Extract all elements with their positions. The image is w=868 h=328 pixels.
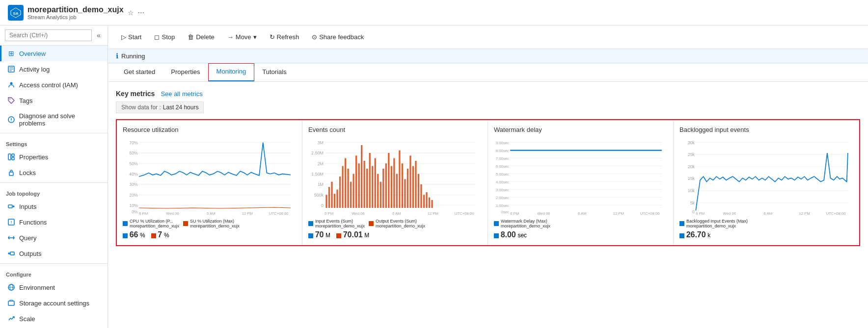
locks-icon xyxy=(7,169,15,177)
svg-rect-62 xyxy=(339,177,341,208)
tab-monitoring[interactable]: Monitoring xyxy=(208,63,255,81)
svg-text:60%: 60% xyxy=(129,151,138,155)
svg-rect-67 xyxy=(353,174,354,208)
svg-text:2M: 2M xyxy=(318,161,324,166)
chart-values: 70 M 70.01 M xyxy=(308,230,482,239)
svg-text:UTC+08:00: UTC+08:00 xyxy=(826,211,846,216)
scale-icon xyxy=(7,315,15,323)
svg-rect-83 xyxy=(396,174,398,208)
tab-bar: Get started Properties Monitoring Tutori… xyxy=(108,63,868,82)
svg-rect-91 xyxy=(418,174,419,208)
svg-rect-13 xyxy=(12,157,14,160)
svg-text:7.00sec: 7.00sec xyxy=(496,156,509,161)
tab-properties[interactable]: Properties xyxy=(163,63,208,81)
svg-rect-95 xyxy=(429,198,430,208)
chart-events-count: Events count 3M 2.50M 2M xyxy=(302,120,488,245)
chart-watermark-delay: Watermark delay 9.00sec xyxy=(488,120,674,245)
svg-rect-58 xyxy=(328,187,330,208)
share-feedback-button[interactable]: ⊙ Share feedback xyxy=(306,30,369,44)
svg-text:25k: 25k xyxy=(688,152,695,157)
chart-title: Watermark delay xyxy=(494,126,667,133)
svg-text:3M: 3M xyxy=(318,140,324,145)
svg-text:6 PM: 6 PM xyxy=(325,211,333,216)
legend-label: SU % Utilization (Max)morepartition_demo… xyxy=(190,219,240,228)
more-options-icon[interactable]: ··· xyxy=(138,8,144,17)
tab-tutorials[interactable]: Tutorials xyxy=(254,63,294,81)
legend-label: Input Events (Sum)morepartition_demo_xuj… xyxy=(315,219,365,228)
sidebar-item-tags[interactable]: Tags xyxy=(0,93,108,108)
svg-rect-96 xyxy=(431,200,433,208)
sidebar-item-inputs[interactable]: Inputs xyxy=(0,199,108,214)
svg-text:30%: 30% xyxy=(129,182,138,187)
chart-resource-utilization: Resource utilization 70% xyxy=(117,120,302,245)
sidebar-item-environment[interactable]: Environment xyxy=(0,279,108,295)
svg-point-6 xyxy=(10,82,13,85)
svg-point-7 xyxy=(9,99,10,100)
svg-text:2.00sec: 2.00sec xyxy=(496,196,509,200)
favorite-icon[interactable]: ☆ xyxy=(128,9,134,17)
chart-area: 70% 60% 50% 40% 30% 20% 10% 0% xyxy=(123,137,296,216)
legend-label: Backlogged Input Events (Max)morepartiti… xyxy=(686,219,748,228)
svg-rect-84 xyxy=(399,151,400,208)
svg-rect-74 xyxy=(372,166,373,208)
chart-value-1: 66 xyxy=(130,230,138,239)
svg-rect-14 xyxy=(9,172,13,176)
sidebar-item-storage-account-settings[interactable]: Storage account settings xyxy=(0,295,108,311)
chart-legend: Backlogged Input Events (Max)morepartiti… xyxy=(679,219,853,228)
tab-get-started[interactable]: Get started xyxy=(116,63,163,81)
svg-text:6 AM: 6 AM xyxy=(392,211,401,216)
svg-rect-15 xyxy=(8,205,12,208)
legend-color-su xyxy=(183,221,188,226)
stop-button[interactable]: ◻ Stop xyxy=(149,30,180,44)
sidebar-item-scale[interactable]: Scale xyxy=(0,311,108,327)
svg-rect-93 xyxy=(423,195,425,208)
sidebar-item-activity-log[interactable]: Activity log xyxy=(0,61,108,77)
svg-rect-61 xyxy=(336,190,338,208)
svg-rect-80 xyxy=(388,153,389,208)
sidebar-item-access-control[interactable]: Access control (IAM) xyxy=(0,77,108,93)
move-button[interactable]: → Move ▾ xyxy=(222,30,262,44)
svg-rect-82 xyxy=(393,158,395,208)
svg-rect-72 xyxy=(366,169,368,208)
search-input[interactable] xyxy=(5,29,92,41)
svg-point-10 xyxy=(11,121,11,121)
delete-button[interactable]: 🗑 Delete xyxy=(182,30,220,44)
sidebar-item-locks[interactable]: Locks xyxy=(0,165,108,180)
see-all-metrics-link[interactable]: See all metrics xyxy=(161,90,202,98)
sidebar-item-label: Properties xyxy=(19,153,48,161)
svg-rect-66 xyxy=(350,182,352,208)
delete-icon: 🗑 xyxy=(188,33,194,41)
svg-text:12 PM: 12 PM xyxy=(242,211,253,216)
sidebar-item-label: Access control (IAM) xyxy=(19,81,78,89)
svg-text:6 AM: 6 AM xyxy=(763,211,772,216)
sidebar-section-settings: Settings xyxy=(0,135,108,149)
svg-text:2.50M: 2.50M xyxy=(311,151,324,155)
svg-text:4.00sec: 4.00sec xyxy=(496,180,509,184)
svg-text:1M: 1M xyxy=(318,182,324,187)
svg-rect-85 xyxy=(402,163,403,208)
svg-rect-11 xyxy=(8,154,11,160)
collapse-icon[interactable]: « xyxy=(95,29,103,41)
tags-icon xyxy=(7,97,15,104)
sidebar-item-label: Locks xyxy=(19,169,36,177)
app-subtitle: Stream Analytics job xyxy=(27,14,124,20)
sidebar-item-outputs[interactable]: Outputs xyxy=(0,246,108,261)
svg-text:12 PM: 12 PM xyxy=(799,211,810,216)
sidebar-item-properties[interactable]: Properties xyxy=(0,149,108,165)
sidebar-item-label: Diagnose and solve problems xyxy=(19,112,102,127)
sidebar-item-functions[interactable]: f Functions xyxy=(0,214,108,230)
svg-text:6 PM: 6 PM xyxy=(139,211,148,216)
svg-text:3.00sec: 3.00sec xyxy=(496,188,509,192)
sidebar-item-overview[interactable]: ⊞ Overview xyxy=(0,46,108,61)
sidebar-item-query[interactable]: Query xyxy=(0,230,108,246)
functions-icon: f xyxy=(7,218,15,226)
sidebar-item-diagnose[interactable]: Diagnose and solve problems xyxy=(0,108,108,131)
svg-text:1.50M: 1.50M xyxy=(311,172,324,177)
start-button[interactable]: ▷ Start xyxy=(116,30,147,44)
chart-value-2: 7 xyxy=(158,230,162,239)
svg-rect-75 xyxy=(375,158,376,208)
svg-text:Wed 06: Wed 06 xyxy=(166,211,179,216)
refresh-button[interactable]: ↻ Refresh xyxy=(264,30,305,44)
svg-rect-73 xyxy=(369,153,371,208)
metrics-title: Key metrics xyxy=(116,90,155,98)
